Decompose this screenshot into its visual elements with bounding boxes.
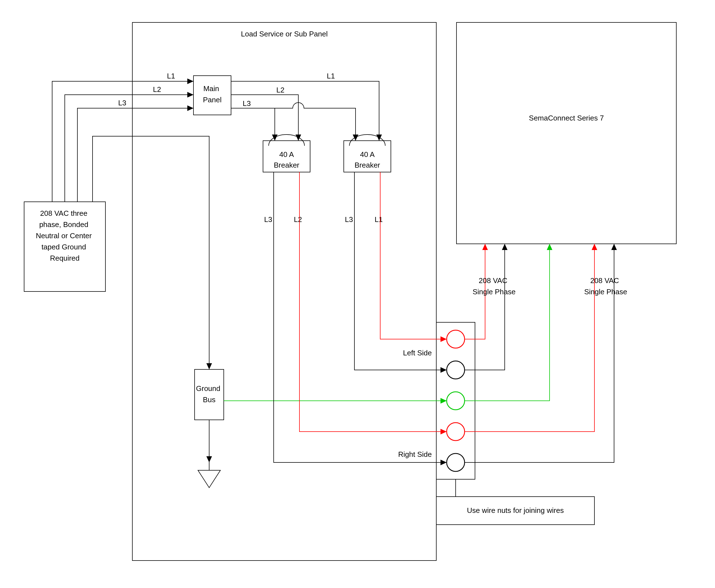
label-L1-out: L1 (327, 72, 335, 80)
svg-marker-6 (272, 134, 278, 141)
b1-L2: L2 (294, 215, 302, 224)
device-title: SemaConnect Series 7 (529, 114, 604, 122)
label-L3-in: L3 (118, 99, 126, 107)
device-box (456, 22, 676, 244)
wire-L3-in (77, 108, 193, 202)
terminal-2-black (447, 361, 465, 379)
wire-L1-out (231, 81, 379, 141)
terminal-4-red (447, 423, 465, 441)
wire-L3b2-to-t2 (354, 207, 447, 370)
svg-marker-2 (187, 105, 193, 111)
svg-marker-13 (441, 429, 447, 435)
sub-panel-box (132, 22, 436, 561)
b2-L3: L3 (345, 215, 353, 224)
svg-marker-1 (187, 92, 193, 98)
label-L2-in: L2 (153, 85, 161, 93)
wire-L2-in (65, 95, 193, 202)
main-panel-box (193, 76, 231, 115)
svg-marker-12 (441, 398, 447, 404)
breaker-1-line2: Breaker (274, 161, 299, 169)
left-side-label: Left Side (403, 349, 432, 357)
svg-marker-14 (441, 460, 447, 465)
label-L1-in: L1 (167, 72, 175, 80)
svg-marker-18 (592, 244, 597, 250)
svg-marker-19 (611, 244, 617, 250)
svg-marker-0 (187, 79, 193, 84)
wire-L2-out (231, 95, 298, 141)
wiring-diagram: Load Service or Sub Panel 208 VAC three … (0, 0, 715, 588)
svg-marker-7 (353, 134, 358, 141)
breaker-1-line1: 40 A (279, 150, 294, 159)
breaker-2-line1: 40 A (360, 150, 375, 159)
b1-L3: L3 (264, 215, 272, 224)
terminal-5-black (447, 454, 465, 471)
ground-bus-label: Ground Bus (196, 384, 222, 404)
svg-marker-17 (547, 244, 552, 250)
wire-t3-up (465, 244, 550, 401)
panel-title: Load Service or Sub Panel (241, 30, 327, 38)
wire-L2-to-t4 (300, 207, 447, 432)
svg-marker-4 (376, 134, 382, 141)
vac-right: 208 VAC Single Phase (584, 276, 627, 296)
b2-L1: L1 (374, 215, 383, 224)
label-L3-out: L3 (243, 99, 251, 108)
label-L2-out: L2 (277, 86, 285, 94)
terminal-3-green (447, 392, 465, 410)
vac-left: 208 VAC Single Phase (472, 276, 515, 296)
svg-marker-16 (502, 244, 508, 250)
wire-t2-up (465, 244, 505, 370)
wire-t4-up (465, 244, 594, 432)
wire-nuts-text: Use wire nuts for joining wires (467, 506, 564, 514)
source-box-text: 208 VAC three phase, Bonded Neutral or C… (36, 209, 94, 262)
svg-marker-11 (441, 367, 447, 373)
main-panel-label: Main Panel (203, 84, 222, 104)
svg-marker-9 (198, 470, 220, 488)
wire-L1-to-t1 (380, 207, 447, 339)
wire-L3-out-b1 (231, 108, 275, 141)
breaker-2-line2: Breaker (354, 161, 380, 169)
svg-marker-10 (441, 336, 447, 342)
svg-marker-5 (295, 134, 301, 141)
svg-marker-3 (206, 363, 212, 370)
right-side-label: Right Side (398, 450, 432, 459)
svg-marker-8 (206, 456, 212, 462)
wire-to-ground-bus (93, 136, 209, 370)
terminal-1-red (447, 330, 465, 348)
ground-bus-box (195, 370, 224, 420)
svg-marker-15 (482, 244, 488, 250)
